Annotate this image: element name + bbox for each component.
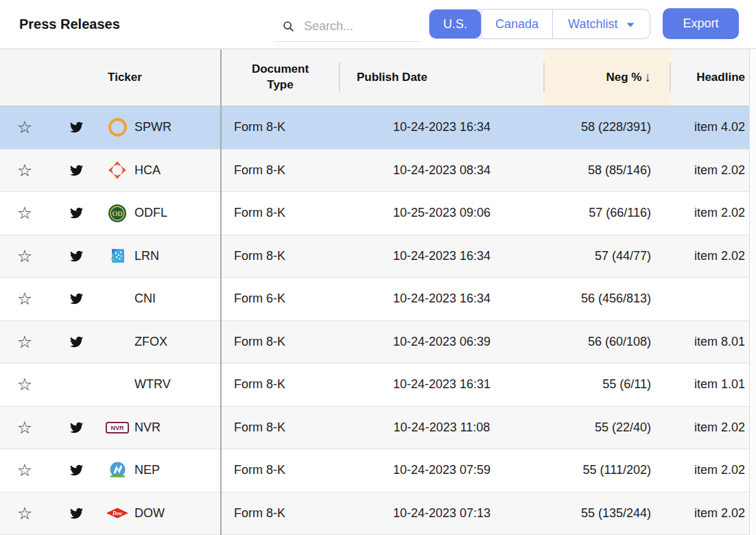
ticker-label: NVR [132,407,221,449]
logo-cell [103,364,132,406]
toggle-canada-button[interactable]: Canada [481,10,552,38]
star-cell: ☆ [0,192,49,235]
headline-value: item 2.02 [670,492,749,535]
logo-cell: OD [103,192,132,235]
table-row[interactable]: ☆NEPForm 8-K10-24-2023 07:5955 (111/202)… [0,449,749,492]
doc-type-header-label: Document Type [246,62,315,93]
ticker-label: ZFOX [132,321,221,364]
star-cell: ☆ [0,407,49,449]
twitter-icon[interactable] [69,421,84,434]
star-icon[interactable]: ☆ [17,204,32,222]
column-header-neg[interactable]: Neg % ↓ [544,49,670,106]
logo-cell [103,106,132,149]
ticker-label: HCA [132,150,221,192]
star-icon[interactable]: ☆ [17,376,32,393]
column-header-ticker[interactable]: Ticker [0,49,221,106]
star-icon[interactable]: ☆ [17,290,32,307]
logo-cell [103,235,132,278]
star-icon[interactable]: ☆ [17,119,32,136]
star-cell: ☆ [0,106,49,149]
twitter-icon[interactable] [69,206,84,219]
table-row[interactable]: ☆DowDOWForm 8-K10-24-2023 07:1355 (135/2… [0,492,749,535]
press-releases-screen: Press Releases U.S. Canada Watchlist Exp… [0,0,756,535]
table-row[interactable]: ☆HCAForm 8-K10-24-2023 08:3458 (85/146)i… [0,150,749,193]
table-header: Ticker Document Type Publish Date Neg % … [0,49,749,106]
doc-type-value: Form 8-K [221,364,340,406]
table-row[interactable]: ☆ODODFLForm 8-K10-25-2023 09:0657 (66/11… [0,192,749,235]
neg-score-value: 57 (44/77) [544,235,670,278]
star-icon[interactable]: ☆ [17,162,32,179]
star-icon[interactable]: ☆ [17,333,32,350]
column-header-doc-type[interactable]: Document Type [221,49,340,106]
publish-date-value: 10-24-2023 06:39 [340,321,544,364]
search-box [274,11,420,42]
toggle-watchlist-button[interactable]: Watchlist [552,10,650,38]
headline-value: item 2.02 [670,192,749,235]
star-icon[interactable]: ☆ [17,419,32,436]
neg-score-value: 58 (85/146) [544,150,670,192]
table-row[interactable]: ☆CNIForm 6-K10-24-2023 16:3456 (456/813) [0,278,749,321]
headline-value: item 4.02 [670,106,749,149]
toggle-watchlist-label: Watchlist [568,17,617,32]
top-bar: Press Releases U.S. Canada Watchlist Exp… [0,0,756,49]
logo-cell: Dow [103,492,132,535]
toggle-canada-label: Canada [495,17,539,32]
doc-type-value: Form 8-K [221,106,340,149]
doc-type-value: Form 8-K [221,192,340,235]
twitter-cell [49,364,103,406]
page-title: Press Releases [19,0,120,48]
twitter-cell [49,192,103,235]
star-icon[interactable]: ☆ [17,505,32,522]
neg-score-value: 56 (60/108) [544,321,670,364]
twitter-icon[interactable] [69,507,84,520]
headline-value: item 2.02 [670,449,749,492]
export-button[interactable]: Export [663,8,739,39]
neg-score-value: 55 (6/11) [544,364,670,406]
star-icon[interactable]: ☆ [17,248,32,265]
nep-logo [108,461,127,479]
svg-text:OD: OD [112,210,123,217]
table-row[interactable]: ☆NVRNVRForm 8-K10-24-2023 11:0855 (22/40… [0,407,749,450]
nvr-logo: NVR [106,422,129,433]
neg-score-value: 55 (135/244) [544,492,670,535]
star-icon[interactable]: ☆ [17,462,32,479]
twitter-icon[interactable] [69,292,84,305]
logo-cell: NVR [103,407,132,449]
table-row[interactable]: ☆SPWRForm 8-K10-24-2023 16:3458 (228/391… [0,106,749,150]
twitter-cell [49,492,103,535]
headline-value [670,278,749,320]
table-body: ☆SPWRForm 8-K10-24-2023 16:3458 (228/391… [0,106,749,535]
scrollbar[interactable] [749,49,756,535]
twitter-cell [49,449,103,492]
odfl-logo: OD [108,204,127,223]
table-row[interactable]: ☆LRNForm 8-K10-24-2023 16:3457 (44/77)it… [0,235,749,278]
lrn-logo [108,246,127,265]
twitter-icon[interactable] [69,164,84,177]
table-row[interactable]: ☆ZFOXForm 8-K10-24-2023 06:3956 (60/108)… [0,321,749,364]
neg-score-value: 55 (111/202) [544,449,670,492]
twitter-cell [49,278,103,320]
publish-date-value: 10-24-2023 16:34 [340,235,544,278]
column-header-headline[interactable]: Headline [670,49,749,106]
search-input[interactable] [304,19,414,34]
twitter-cell [49,106,103,149]
headline-value: item 2.02 [670,235,749,278]
neg-header-label: Neg % [606,71,642,84]
doc-type-value: Form 8-K [221,449,340,492]
doc-type-value: Form 8-K [221,235,340,278]
search-icon [283,21,294,32]
logo-cell [103,321,132,364]
neg-score-value: 58 (228/391) [544,106,670,149]
doc-type-value: Form 8-K [221,321,340,364]
twitter-icon[interactable] [69,464,84,477]
table-row[interactable]: ☆WTRVForm 8-K10-24-2023 16:3155 (6/11)it… [0,364,749,407]
publish-date-value: 10-24-2023 11:08 [340,407,544,449]
twitter-icon[interactable] [69,250,84,263]
sort-desc-icon: ↓ [645,70,652,85]
publish-date-value: 10-24-2023 07:59 [340,449,544,492]
twitter-icon[interactable] [69,335,84,348]
twitter-icon[interactable] [69,121,84,134]
toggle-us-button[interactable]: U.S. [429,10,481,38]
column-header-publish-date[interactable]: Publish Date [340,49,544,106]
publish-date-value: 10-24-2023 16:34 [340,106,544,149]
